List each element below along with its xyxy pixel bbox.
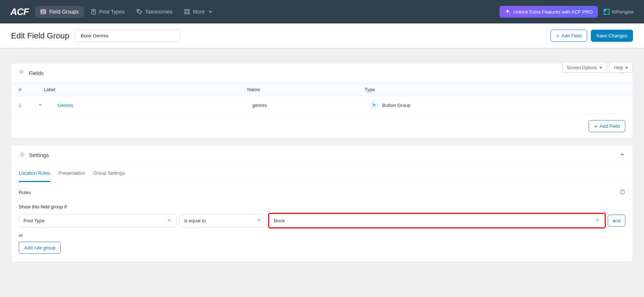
- plus-icon: +: [556, 33, 559, 38]
- settings-tabs: Location Rules Presentation Group Settin…: [11, 165, 633, 182]
- page-header: Edit Field Group + Add Field Save Change…: [0, 23, 644, 48]
- unlock-label: Unlock Extra Features with ACF PRO: [513, 9, 593, 15]
- wpengine-label: WPengine: [612, 9, 634, 15]
- nav-post-types[interactable]: Post Types: [85, 6, 130, 18]
- and-button[interactable]: and: [608, 215, 625, 227]
- svg-point-15: [622, 193, 622, 193]
- collapse-toggle[interactable]: [619, 152, 625, 159]
- fields-table-head: # Label Name Type: [11, 83, 633, 96]
- nav-items: Field Groups Post Types Taxonomies More: [35, 6, 500, 18]
- top-nav: ACF Field Groups Post Types Taxonomies M…: [0, 0, 644, 23]
- col-num: #: [19, 87, 33, 92]
- tab-group-settings[interactable]: Group Settings: [93, 165, 125, 182]
- rule-operator-select[interactable]: is equal to: [179, 214, 266, 227]
- rules-label: Rules: [19, 190, 31, 195]
- acf-logo: ACF: [10, 6, 29, 18]
- chevron-down-icon: [167, 218, 172, 224]
- svg-point-11: [509, 13, 510, 14]
- rules-body: Rules Show this field group if Post Type…: [11, 182, 633, 262]
- or-label: or: [19, 233, 625, 238]
- content: Screen Options Help Fields # Label Name …: [0, 63, 644, 273]
- nav-right: Unlock Extra Features with ACF PRO WPeng…: [500, 6, 634, 18]
- fields-panel-head: Fields: [11, 63, 633, 83]
- add-field-button[interactable]: + Add Field: [550, 30, 587, 42]
- row-name: genres: [252, 103, 370, 108]
- svg-point-13: [21, 153, 23, 155]
- col-type: Type: [365, 87, 625, 92]
- help-toggle[interactable]: Help: [609, 63, 633, 73]
- sparkle-icon: [505, 9, 511, 15]
- cursor-icon: [370, 101, 378, 109]
- page-title: Edit Field Group: [11, 31, 69, 41]
- puzzle-icon: [19, 69, 25, 77]
- field-group-title-input[interactable]: [75, 29, 180, 42]
- row-type-label: Button Group: [382, 103, 410, 108]
- tab-presentation[interactable]: Presentation: [58, 165, 85, 182]
- svg-rect-0: [41, 10, 46, 14]
- layout-icon: [40, 9, 46, 15]
- tag-icon: [136, 9, 142, 15]
- add-field-button-footer[interactable]: + Add Field: [589, 120, 625, 132]
- save-changes-button[interactable]: Save Changes: [591, 30, 633, 42]
- nav-more[interactable]: More: [179, 6, 219, 18]
- triangle-down-icon: [599, 67, 602, 69]
- svg-rect-9: [185, 12, 186, 14]
- wpengine-badge[interactable]: WPengine: [604, 9, 634, 15]
- nav-label: Field Groups: [49, 9, 78, 15]
- rule-operator-value: is equal to: [184, 218, 206, 223]
- row-number: 1: [19, 103, 33, 108]
- nav-field-groups[interactable]: Field Groups: [35, 6, 84, 18]
- screen-options-label: Screen Options: [567, 65, 597, 70]
- rule-value: Book: [274, 218, 285, 223]
- fields-panel-title: Fields: [29, 70, 44, 76]
- rule-value-select[interactable]: Book: [269, 214, 605, 227]
- add-rule-group-button[interactable]: Add rule group: [19, 242, 61, 254]
- save-label: Save Changes: [596, 33, 627, 38]
- svg-rect-10: [188, 12, 189, 14]
- col-name: Name: [247, 87, 365, 92]
- svg-rect-7: [185, 10, 186, 11]
- expand-row-toggle[interactable]: [38, 102, 49, 108]
- triangle-down-icon: [625, 67, 628, 69]
- plus-icon: +: [594, 123, 597, 129]
- chevron-down-icon: [595, 218, 600, 224]
- col-label: Label: [44, 87, 247, 92]
- settings-panel: Settings Location Rules Presentation Gro…: [11, 145, 633, 262]
- svg-rect-8: [188, 10, 189, 11]
- fields-panel: Fields # Label Name Type 1 Genres genres: [11, 63, 633, 138]
- svg-point-6: [138, 10, 139, 11]
- table-row[interactable]: 1 Genres genres Button Group: [11, 96, 633, 114]
- document-icon: [91, 9, 96, 15]
- chevron-down-icon: [208, 9, 213, 15]
- rule-param-value: Post Type: [23, 218, 45, 223]
- settings-panel-head: Settings: [11, 145, 633, 165]
- help-icon[interactable]: [619, 189, 625, 196]
- add-field-label: Add Field: [561, 33, 582, 38]
- wpengine-logo-icon: [604, 9, 610, 15]
- header-actions: + Add Field Save Changes: [550, 30, 633, 42]
- row-type: Button Group: [370, 101, 625, 109]
- nav-taxonomies[interactable]: Taxonomies: [131, 6, 178, 18]
- rules-head-row: Rules: [19, 189, 625, 196]
- settings-panel-title: Settings: [29, 152, 49, 158]
- field-label-link[interactable]: Genres: [58, 103, 73, 108]
- row-label: Genres: [58, 103, 252, 108]
- gear-icon: [19, 151, 25, 159]
- chevron-down-icon: [256, 218, 261, 224]
- svg-point-12: [505, 13, 506, 14]
- fields-panel-footer: + Add Field: [11, 114, 633, 138]
- unlock-pro-button[interactable]: Unlock Extra Features with ACF PRO: [500, 6, 598, 18]
- tab-location-rules[interactable]: Location Rules: [19, 165, 50, 182]
- nav-label: More: [193, 9, 205, 15]
- help-label: Help: [614, 65, 623, 70]
- rule-row: Post Type is equal to Book and: [19, 214, 625, 227]
- screen-options-toggle[interactable]: Screen Options: [562, 63, 607, 73]
- nav-label: Post Types: [99, 9, 125, 15]
- show-if-label: Show this field group if: [19, 204, 625, 209]
- add-field-label: Add Field: [600, 123, 620, 129]
- grid-icon: [184, 9, 190, 15]
- rule-param-select[interactable]: Post Type: [19, 214, 176, 227]
- nav-label: Taxonomies: [145, 9, 173, 15]
- screen-meta: Screen Options Help: [562, 63, 633, 73]
